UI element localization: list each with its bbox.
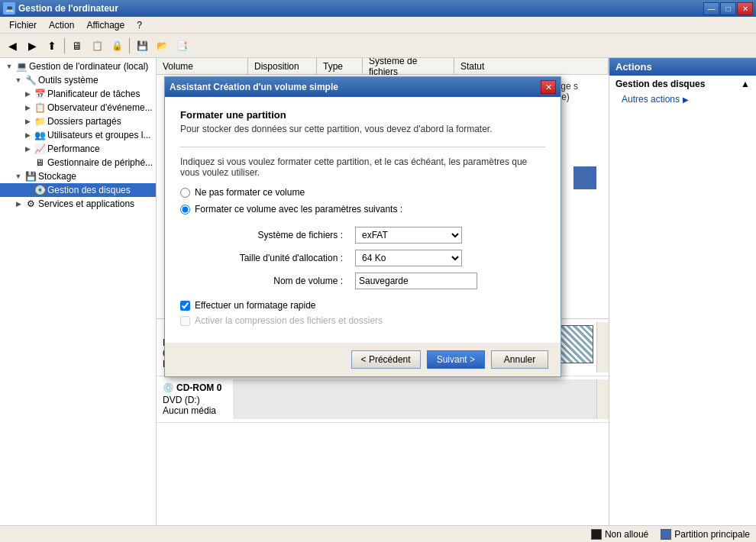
quick-format-label: Effectuer un formatage rapide bbox=[195, 300, 316, 311]
dialog-create-volume: Assistant Création d'un volume simple ✕ … bbox=[164, 76, 561, 377]
allocation-label: Taille d'unité d'allocation : bbox=[240, 253, 343, 263]
next-button[interactable]: Suivant > bbox=[427, 350, 485, 369]
dialog-titlebar: Assistant Création d'un volume simple ✕ bbox=[165, 77, 561, 97]
dialog-separator bbox=[180, 147, 545, 147]
compression-checkbox[interactable] bbox=[180, 316, 190, 326]
checkbox-compression-row: Activer la compression des fichiers et d… bbox=[180, 315, 545, 326]
dialog-body: Formater une partition Pour stocker des … bbox=[165, 97, 561, 343]
radio-format[interactable]: Formater ce volume avec les paramètres s… bbox=[180, 204, 545, 215]
radio-format-input[interactable] bbox=[180, 205, 190, 215]
dialog-section-desc: Pour stocker des données sur cette parti… bbox=[180, 124, 545, 134]
dialog-question: Indiquez si vous voulez formater cette p… bbox=[180, 156, 545, 178]
dialog-title: Assistant Création d'un volume simple bbox=[170, 82, 338, 92]
volume-name-label: Nom de volume : bbox=[273, 276, 343, 286]
form-row-allocation: Taille d'unité d'allocation : 64 Ko 32 K… bbox=[180, 247, 545, 269]
radio-no-format[interactable]: Ne pas formater ce volume bbox=[180, 187, 545, 198]
dialog-overlay: Assistant Création d'un volume simple ✕ … bbox=[0, 0, 756, 542]
filesystem-label: Système de fichiers : bbox=[258, 230, 343, 240]
checkbox-quick-format-row: Effectuer un formatage rapide bbox=[180, 300, 545, 311]
radio-format-label: Formater ce volume avec les paramètres s… bbox=[195, 204, 402, 215]
radio-no-format-label: Ne pas formater ce volume bbox=[195, 187, 305, 198]
filesystem-select[interactable]: exFAT NTFS FAT32 bbox=[355, 227, 462, 244]
previous-button[interactable]: < Précédent bbox=[351, 350, 421, 369]
format-form-table: Système de fichiers : exFAT NTFS FAT32 T… bbox=[180, 224, 545, 292]
cancel-button[interactable]: Annuler bbox=[491, 350, 548, 369]
dialog-section-title: Formater une partition bbox=[180, 109, 545, 121]
radio-no-format-input[interactable] bbox=[180, 188, 190, 198]
dialog-close-button[interactable]: ✕ bbox=[541, 80, 556, 94]
quick-format-checkbox[interactable] bbox=[180, 301, 190, 311]
form-row-filesystem: Système de fichiers : exFAT NTFS FAT32 bbox=[180, 224, 545, 247]
radio-group-format: Ne pas formater ce volume Formater ce vo… bbox=[180, 187, 545, 215]
allocation-select[interactable]: 64 Ko 32 Ko 16 Ko bbox=[355, 250, 462, 266]
form-row-volume-name: Nom de volume : bbox=[180, 269, 545, 292]
volume-name-input[interactable] bbox=[355, 273, 477, 289]
compression-label: Activer la compression des fichiers et d… bbox=[195, 315, 383, 326]
dialog-footer: < Précédent Suivant > Annuler bbox=[165, 343, 561, 376]
